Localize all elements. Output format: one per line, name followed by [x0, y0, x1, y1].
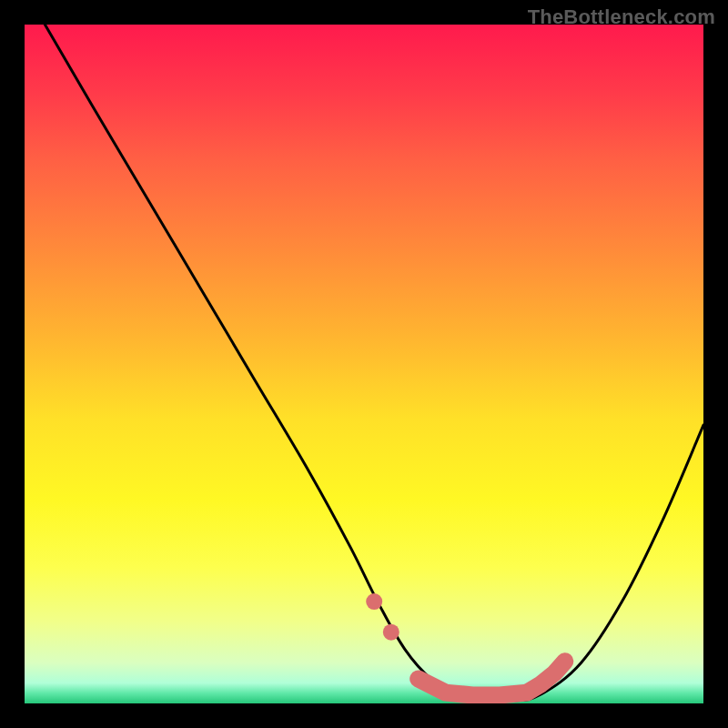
marker-dots [366, 593, 399, 641]
marker-overlay [419, 662, 565, 695]
dot-left-lower [383, 624, 399, 641]
watermark-text: TheBottleneck.com [528, 5, 715, 29]
chart-svg [25, 25, 703, 703]
chart-frame [25, 25, 703, 703]
dot-left-upper [366, 593, 382, 610]
